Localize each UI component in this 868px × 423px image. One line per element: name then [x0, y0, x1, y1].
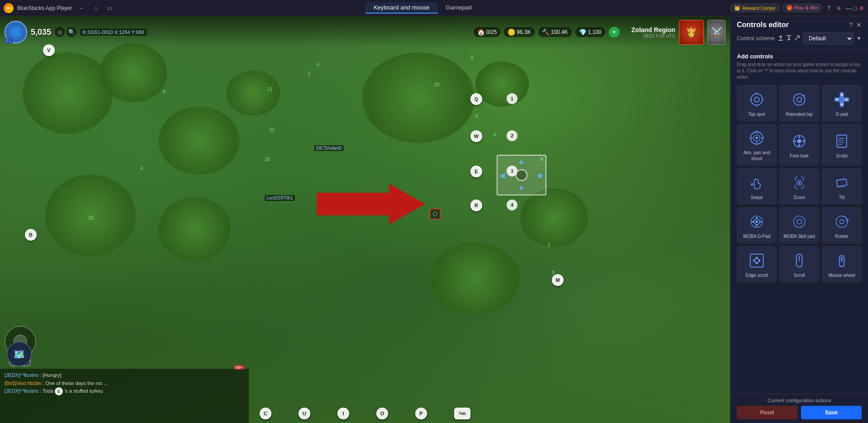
key-w: W — [470, 130, 482, 142]
svg-point-46 — [797, 219, 802, 224]
controls-help-button[interactable]: ? — [849, 21, 853, 29]
tree-cluster — [158, 197, 231, 261]
help-button[interactable]: ? — [825, 4, 833, 13]
tap-spot-icon — [748, 90, 766, 109]
add-resource-button[interactable]: + — [609, 27, 620, 38]
map-num-3: 3 — [308, 71, 310, 76]
ctrl-rotate[interactable]: Rotate — [822, 207, 862, 243]
f1-key: F1 — [5, 38, 13, 43]
key-o: O — [376, 408, 388, 419]
small-widget-dot — [433, 212, 437, 216]
region-portrait: 👸 — [679, 20, 704, 45]
game-area[interactable]: 🌀 F1 5,035 ◎ 🔍 K:SSS1-0010 X:1264 Y:680 … — [0, 16, 730, 423]
resource-house: 🏠 0/25 — [474, 27, 500, 37]
ctrl-tap-spot[interactable]: Tap spot — [737, 85, 777, 121]
tap-spot-label: Tap spot — [748, 111, 765, 117]
tilt-label: Tilt — [839, 195, 845, 200]
swipe-label: Swipe — [750, 195, 763, 200]
ctrl-aim-pan-shoot[interactable]: Aim, pan and shoot — [737, 124, 777, 166]
map-num-3b: 3 — [475, 114, 478, 119]
house-icon: 🏠 — [477, 29, 485, 36]
app-name: BlueStacks App Player — [17, 5, 72, 11]
tree-cluster — [226, 71, 280, 116]
scroll-icon — [790, 252, 808, 270]
ctrl-moba-dpad[interactable]: 5 MOBA D-Pad — [737, 207, 777, 243]
key-m: M — [552, 274, 564, 286]
free-look-label: Free look — [790, 153, 809, 159]
menu-button[interactable]: ≡ — [835, 4, 842, 13]
gem-icon: 💎 — [579, 29, 587, 36]
svg-point-3 — [751, 94, 762, 105]
share-scheme-button[interactable] — [794, 35, 800, 43]
ctrl-swipe[interactable]: Swipe — [737, 168, 777, 204]
player-label-lord: Lord1597061 — [265, 195, 295, 201]
svg-marker-49 — [846, 219, 849, 222]
reset-button[interactable]: Reset — [737, 406, 797, 419]
region-weapon: ⚔️ — [707, 20, 726, 45]
ctrl-free-look[interactable]: Free look — [779, 124, 819, 166]
maximize-button[interactable]: □ — [854, 5, 857, 12]
widget-close[interactable]: ✕ — [540, 157, 544, 162]
minimize-button[interactable]: — — [845, 5, 852, 12]
moba-skill-label: MOBA Skill pad — [783, 233, 815, 239]
tab-area: Keyboard and mouse Gamepad — [119, 2, 726, 14]
svg-marker-43 — [751, 220, 754, 223]
scheme-dropdown[interactable]: Default — [803, 33, 854, 44]
nav-icons: ◎ 🔍 — [55, 27, 76, 37]
ctrl-dpad[interactable]: D-pad — [822, 85, 862, 121]
tab-gamepad[interactable]: Gamepad — [438, 2, 480, 14]
scheme-dropdown-arrow[interactable]: ▼ — [856, 35, 862, 42]
back-button[interactable]: ← — [76, 4, 87, 13]
add-controls-description: Drag and drop an action on your game scr… — [737, 62, 862, 81]
ctrl-moba-skill[interactable]: MOBA Skill pad — [779, 207, 819, 243]
svg-point-4 — [754, 97, 759, 102]
moba-dpad-label: MOBA D-Pad — [743, 233, 770, 239]
svg-marker-51 — [755, 257, 759, 259]
aim-icon — [748, 129, 766, 147]
controls-close-button[interactable]: ✕ — [856, 21, 862, 29]
player-label-volland: [067]VollanD — [314, 145, 344, 151]
ctrl-script[interactable]: Script — [822, 124, 862, 166]
rotate-icon — [833, 213, 851, 231]
resource-gems: 💎 1,100 — [575, 27, 605, 37]
svg-marker-41 — [755, 216, 758, 219]
controls-title-icons: ? ✕ — [849, 21, 862, 29]
dpad-label: D-pad — [835, 111, 848, 117]
save-button[interactable]: Save — [801, 406, 862, 419]
chat-badge: 99+ — [234, 365, 244, 370]
ctrl-repeated-tap[interactable]: Repeated tap — [779, 85, 819, 121]
resource-food: 🔨 100.4K — [538, 27, 572, 37]
window-button[interactable]: ▭ — [104, 4, 115, 13]
ctrl-tilt[interactable]: Tilt — [822, 168, 862, 204]
download-scheme-button[interactable] — [786, 35, 792, 43]
ctrl-zoom[interactable]: Zoom — [779, 168, 819, 204]
config-actions-title: Current configuration actions — [737, 398, 862, 403]
svg-rect-35 — [836, 179, 847, 187]
reward-center-button[interactable]: 👑 Reward Center — [730, 4, 780, 12]
tree-cluster — [100, 43, 167, 102]
upload-scheme-button[interactable] — [778, 35, 784, 43]
reward-icon: 👑 — [734, 5, 740, 11]
controls-panel: Controls editor ? ✕ Control scheme — [730, 16, 868, 423]
config-buttons: Reset Save — [737, 406, 862, 419]
chat-line-1: [JEDX]ᴸᴺllustrio : [Hungry] — [5, 371, 244, 380]
svg-marker-42 — [755, 224, 758, 227]
ctrl-mouse-wheel[interactable]: Mouse wheel — [822, 246, 862, 282]
chat-line-2: [BxS]Vext Nictim : One of these days the… — [5, 380, 244, 388]
play-win-button[interactable]: 🎁 Play & Win — [783, 4, 823, 12]
tree-cluster — [430, 242, 520, 315]
tab-keyboard-mouse[interactable]: Keyboard and mouse — [365, 2, 438, 14]
ctrl-edge-scroll[interactable]: Edge scroll — [737, 246, 777, 282]
close-button[interactable]: ✕ — [859, 5, 864, 12]
svg-rect-1 — [778, 40, 783, 41]
food-icon: 🔨 — [542, 29, 550, 36]
ctrl-scroll[interactable]: Scroll — [779, 246, 819, 282]
svg-point-13 — [840, 97, 844, 101]
dpad-center — [516, 169, 527, 181]
num-2: 2 — [507, 130, 517, 141]
app-logo: ▶ — [4, 3, 14, 13]
mini-map[interactable]: 🗺️ — [7, 342, 32, 366]
home-button[interactable]: ⌂ — [91, 4, 100, 13]
control-widget[interactable]: ▲ ▼ ◀ ▶ ✕ — [497, 155, 546, 195]
small-control-widget[interactable] — [430, 209, 441, 219]
